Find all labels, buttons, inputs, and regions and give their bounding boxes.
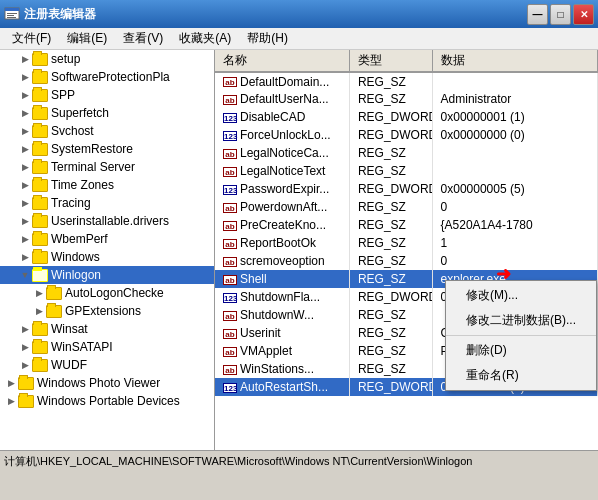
reg-name: abDefaultDomain... (215, 72, 349, 90)
tree-item-timezones[interactable]: ▶ Time Zones (0, 176, 214, 194)
tree-item-tracing[interactable]: ▶ Tracing (0, 194, 214, 212)
table-row[interactable]: abLegalNoticeText REG_SZ (215, 162, 598, 180)
tree-label: AutoLogonChecke (65, 286, 164, 300)
table-row[interactable]: 123ForceUnlockLo... REG_DWORD 0x00000000… (215, 126, 598, 144)
folder-icon (32, 215, 48, 228)
tree-item-gpextensions[interactable]: ▶ GPExtensions (0, 302, 214, 320)
minimize-button[interactable]: — (527, 4, 548, 25)
table-row[interactable]: abReportBootOk REG_SZ 1 (215, 234, 598, 252)
tree-item-winsatapi[interactable]: ▶ WinSATAPI (0, 338, 214, 356)
context-menu-item-rename[interactable]: 重命名(R) (446, 363, 596, 388)
reg-name: 123ShutdownFla... (215, 288, 349, 306)
context-menu-item-modifybinary[interactable]: 修改二进制数据(B)... (446, 308, 596, 333)
table-row[interactable]: abDefaultDomain... REG_SZ (215, 72, 598, 90)
tree-label: GPExtensions (65, 304, 141, 318)
folder-icon (32, 197, 48, 210)
reg-name: 123AutoRestartSh... (215, 378, 349, 396)
reg-type: REG_SZ (349, 216, 432, 234)
expand-icon: ▶ (4, 376, 18, 390)
type-icon: ab (223, 77, 237, 87)
tree-label: Svchost (51, 124, 94, 138)
tree-item-svchost[interactable]: ▶ Svchost (0, 122, 214, 140)
reg-name: abWinStations... (215, 360, 349, 378)
tree-item-softwareprotection[interactable]: ▶ SoftwareProtectionPla (0, 68, 214, 86)
menu-favorites[interactable]: 收藏夹(A) (171, 28, 239, 49)
tree-item-winlogon[interactable]: ▼ Winlogon (0, 266, 214, 284)
window-title: 注册表编辑器 (24, 6, 527, 23)
menu-bar: 文件(F) 编辑(E) 查看(V) 收藏夹(A) 帮助(H) (0, 28, 598, 50)
menu-edit[interactable]: 编辑(E) (59, 28, 115, 49)
type-icon: 123 (223, 185, 237, 195)
col-header-data: 数据 (432, 50, 597, 72)
folder-icon (32, 53, 48, 66)
tree-label: Time Zones (51, 178, 114, 192)
expand-icon: ▶ (18, 70, 32, 84)
tree-item-winsat[interactable]: ▶ Winsat (0, 320, 214, 338)
tree-item-userinstallable[interactable]: ▶ Userinstallable.drivers (0, 212, 214, 230)
maximize-button[interactable]: □ (550, 4, 571, 25)
context-menu-item-delete[interactable]: 删除(D) (446, 338, 596, 363)
status-text: 计算机\HKEY_LOCAL_MACHINE\SOFTWARE\Microsof… (4, 454, 472, 469)
tree-item-windowsphotoviewer[interactable]: ▶ Windows Photo Viewer (0, 374, 214, 392)
reg-type: REG_SZ (349, 90, 432, 108)
table-row[interactable]: 123DisableCAD REG_DWORD 0x00000001 (1) (215, 108, 598, 126)
expand-icon: ▶ (18, 196, 32, 210)
reg-type: REG_SZ (349, 306, 432, 324)
table-row[interactable]: abPreCreateKno... REG_SZ {A520A1A4-1780 (215, 216, 598, 234)
close-button[interactable]: ✕ (573, 4, 594, 25)
reg-name: 123PasswordExpir... (215, 180, 349, 198)
reg-data (432, 144, 597, 162)
expand-icon: ▶ (18, 160, 32, 174)
reg-type: REG_SZ (349, 324, 432, 342)
arrow-indicator: ➜ (496, 263, 511, 285)
svg-rect-2 (7, 13, 17, 14)
tree-label: WbemPerf (51, 232, 108, 246)
type-icon: ab (223, 347, 237, 357)
reg-type: REG_SZ (349, 360, 432, 378)
folder-icon (32, 233, 48, 246)
tree-item-setup[interactable]: ▶ setup (0, 50, 214, 68)
main-content: ▶ setup ▶ SoftwareProtectionPla ▶ SPP ▶ … (0, 50, 598, 450)
context-menu-item-modify[interactable]: 修改(M)... (446, 283, 596, 308)
tree-item-wudf[interactable]: ▶ WUDF (0, 356, 214, 374)
tree-label: SPP (51, 88, 75, 102)
tree-item-terminalserver[interactable]: ▶ Terminal Server (0, 158, 214, 176)
context-menu: ➜ 修改(M)... 修改二进制数据(B)... 删除(D) 重命名(R) (445, 280, 597, 391)
reg-type: REG_SZ (349, 342, 432, 360)
table-row[interactable]: abLegalNoticeCa... REG_SZ (215, 144, 598, 162)
col-header-name: 名称 (215, 50, 349, 72)
reg-name: 123DisableCAD (215, 108, 349, 126)
expand-icon: ▶ (18, 88, 32, 102)
menu-file[interactable]: 文件(F) (4, 28, 59, 49)
expand-icon: ▶ (18, 52, 32, 66)
folder-icon (32, 161, 48, 174)
menu-help[interactable]: 帮助(H) (239, 28, 296, 49)
reg-type: REG_DWORD (349, 378, 432, 396)
expand-icon: ▶ (18, 124, 32, 138)
expand-icon: ▶ (18, 178, 32, 192)
tree-item-windowsportabledevices[interactable]: ▶ Windows Portable Devices (0, 392, 214, 410)
reg-data: 0x00000000 (0) (432, 126, 597, 144)
tree-item-windows[interactable]: ▶ Windows (0, 248, 214, 266)
tree-item-spp[interactable]: ▶ SPP (0, 86, 214, 104)
svg-rect-4 (7, 17, 16, 18)
folder-icon (18, 395, 34, 408)
menu-view[interactable]: 查看(V) (115, 28, 171, 49)
type-icon: 123 (223, 293, 237, 303)
tree-label: Superfetch (51, 106, 109, 120)
tree-item-wbemperf[interactable]: ▶ WbemPerf (0, 230, 214, 248)
table-row[interactable]: 123PasswordExpir... REG_DWORD 0x00000005… (215, 180, 598, 198)
status-bar: 计算机\HKEY_LOCAL_MACHINE\SOFTWARE\Microsof… (0, 450, 598, 472)
reg-name: abReportBootOk (215, 234, 349, 252)
reg-name: 123ForceUnlockLo... (215, 126, 349, 144)
tree-item-autologon[interactable]: ▶ AutoLogonChecke (0, 284, 214, 302)
tree-item-superfetch[interactable]: ▶ Superfetch (0, 104, 214, 122)
svg-rect-3 (7, 15, 14, 16)
reg-data: 0x00000001 (1) (432, 108, 597, 126)
reg-name: abLegalNoticeCa... (215, 144, 349, 162)
tree-item-systemrestore[interactable]: ▶ SystemRestore (0, 140, 214, 158)
table-row[interactable]: abDefaultUserNa... REG_SZ Administrator (215, 90, 598, 108)
table-row[interactable]: abPowerdownAft... REG_SZ 0 (215, 198, 598, 216)
reg-data: Administrator (432, 90, 597, 108)
table-row[interactable]: abscremoveoption REG_SZ 0 (215, 252, 598, 270)
